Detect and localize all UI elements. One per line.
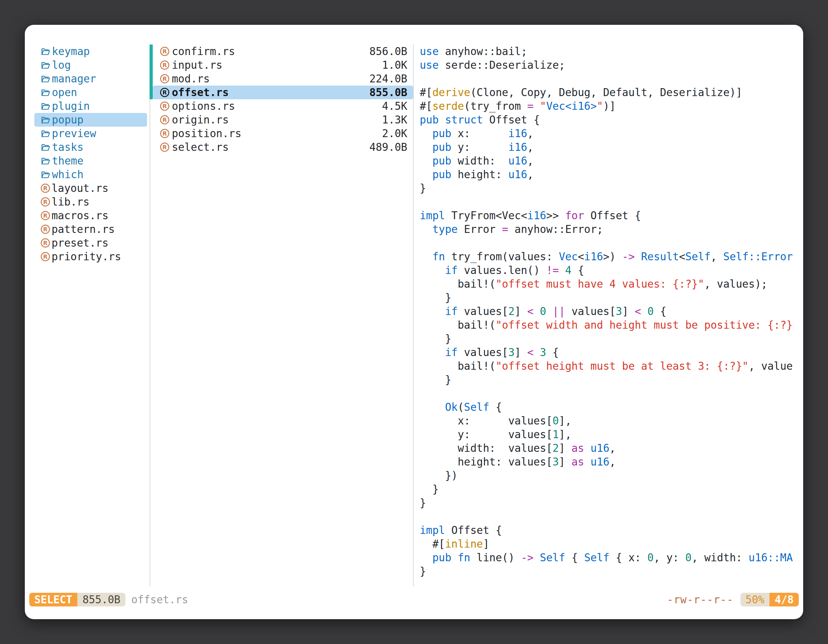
file-name: mod.rs	[172, 72, 210, 85]
sidebar-file-list: Rlayout.rsRlib.rsRmacros.rsRpattern.rsRp…	[34, 181, 147, 263]
sidebar-item-pattern.rs[interactable]: Rpattern.rs	[34, 223, 147, 236]
rust-file-icon: R	[41, 225, 50, 234]
code-line: Ok(Self {	[420, 400, 803, 414]
open-folder-icon	[41, 102, 50, 111]
code-line: height: values[3] as u16,	[420, 455, 803, 469]
file-size: 855.0B	[369, 86, 407, 99]
rust-file-icon: R	[160, 88, 169, 97]
folder-name: preview	[52, 127, 96, 140]
sidebar-item-open[interactable]: open	[34, 86, 147, 99]
mode-badge: SELECT	[29, 593, 77, 606]
position-badge: 4/8	[770, 593, 799, 606]
file-name: input.rs	[172, 59, 223, 71]
code-line: y: values[1],	[420, 428, 803, 441]
code-line	[420, 72, 803, 86]
status-left: SELECT 855.0B offset.rs	[29, 593, 188, 606]
file-name: layout.rs	[52, 182, 108, 194]
rust-file-icon: R	[160, 60, 169, 70]
file-row-select.rs[interactable]: Rselect.rs489.0B	[153, 140, 413, 154]
permissions-text: -rw-r--r--	[667, 594, 734, 606]
rust-file-icon: R	[41, 197, 50, 207]
sidebar-item-lib.rs[interactable]: Rlib.rs	[34, 195, 147, 209]
code-line: }	[420, 483, 803, 496]
code-line: bail!("offset height must be at least 3:…	[420, 359, 803, 373]
rust-file-icon: R	[160, 74, 169, 83]
sidebar-item-priority.rs[interactable]: Rpriority.rs	[34, 250, 147, 263]
file-row-position.rs[interactable]: Rposition.rs2.0K	[153, 127, 413, 140]
rust-file-icon: R	[41, 211, 50, 220]
code-line: type Error = anyhow::Error;	[420, 223, 803, 236]
open-folder-icon	[41, 47, 50, 56]
file-name: lib.rs	[52, 196, 89, 208]
code-line: bail!("offset width and height must be p…	[420, 318, 803, 332]
sidebar-folder-list: keymaplogmanageropenpluginpopuppreviewta…	[34, 45, 147, 181]
file-row-offset.rs[interactable]: Roffset.rs855.0B	[153, 86, 413, 99]
code-line: bail!("offset must have 4 values: {:?}",…	[420, 277, 803, 291]
size-badge: 855.0B	[77, 593, 125, 606]
file-size: 1.3K	[382, 114, 407, 126]
rust-file-icon: R	[160, 102, 169, 111]
rust-file-icon: R	[41, 238, 50, 248]
code-line: width: values[2] as u16,	[420, 441, 803, 455]
sidebar-item-layout.rs[interactable]: Rlayout.rs	[34, 181, 147, 195]
folder-name: keymap	[52, 45, 90, 58]
code-line: pub fn line() -> Self { Self { x: 0, y: …	[420, 551, 803, 564]
status-right: -rw-r--r-- 50% 4/8	[667, 593, 799, 606]
rust-file-icon: R	[160, 47, 169, 56]
rust-file-icon: R	[160, 129, 169, 138]
file-name: select.rs	[172, 141, 229, 154]
code-line: #[serde(try_from = "Vec<i16>")]	[420, 99, 803, 113]
sidebar-item-macros.rs[interactable]: Rmacros.rs	[34, 209, 147, 223]
file-row-origin.rs[interactable]: Rorigin.rs1.3K	[153, 113, 413, 127]
sidebar-item-preset.rs[interactable]: Rpreset.rs	[34, 236, 147, 250]
folder-name: log	[52, 59, 71, 71]
code-line: x: values[0],	[420, 414, 803, 428]
sidebar-item-tasks[interactable]: tasks	[34, 140, 147, 154]
rust-file-icon: R	[160, 143, 169, 152]
folder-name: manager	[52, 72, 96, 85]
folder-name: plugin	[52, 100, 90, 112]
status-filename: offset.rs	[131, 594, 188, 606]
preview-pane: use anyhow::bail;use serde::Deserialize;…	[414, 45, 803, 586]
parent-pane: keymaplogmanageropenpluginpopuppreviewta…	[25, 45, 149, 586]
sidebar-item-popup[interactable]: popup	[34, 113, 147, 127]
sidebar-item-preview[interactable]: preview	[34, 127, 147, 140]
file-row-options.rs[interactable]: Roptions.rs4.5K	[153, 99, 413, 113]
sidebar-item-keymap[interactable]: keymap	[34, 45, 147, 58]
folder-name: theme	[52, 155, 83, 167]
code-line	[420, 195, 803, 209]
file-size: 224.0B	[369, 72, 407, 85]
file-manager-window: keymaplogmanageropenpluginpopuppreviewta…	[25, 25, 803, 619]
code-line: #[derive(Clone, Copy, Debug, Default, De…	[420, 86, 803, 99]
code-line: pub x: i16,	[420, 127, 803, 140]
code-line: }	[420, 373, 803, 387]
code-line: pub width: u16,	[420, 154, 803, 168]
code-line	[420, 510, 803, 523]
folder-name: tasks	[52, 141, 83, 154]
code-line: fn try_from(values: Vec<i16>) -> Result<…	[420, 250, 803, 263]
status-bar: SELECT 855.0B offset.rs -rw-r--r-- 50% 4…	[29, 593, 799, 606]
folder-name: which	[52, 168, 83, 181]
folder-name: popup	[52, 114, 83, 126]
sidebar-item-plugin[interactable]: plugin	[34, 99, 147, 113]
code-lines: use anyhow::bail;use serde::Deserialize;…	[420, 45, 803, 578]
file-row-confirm.rs[interactable]: Rconfirm.rs856.0B	[153, 45, 413, 58]
sidebar-item-theme[interactable]: theme	[34, 154, 147, 168]
sidebar-item-log[interactable]: log	[34, 58, 147, 72]
file-row-input.rs[interactable]: Rinput.rs1.0K	[153, 58, 413, 72]
open-folder-icon	[41, 156, 50, 166]
current-pane: Rconfirm.rs856.0BRinput.rs1.0KRmod.rs224…	[149, 45, 414, 586]
file-row-mod.rs[interactable]: Rmod.rs224.0B	[153, 72, 413, 86]
open-folder-icon	[41, 129, 50, 138]
code-line: }	[420, 496, 803, 510]
file-name: priority.rs	[52, 251, 121, 263]
file-name: confirm.rs	[172, 45, 235, 58]
file-name: offset.rs	[172, 86, 229, 99]
open-folder-icon	[41, 115, 50, 125]
file-size: 2.0K	[382, 127, 407, 140]
file-size: 4.5K	[382, 100, 407, 112]
sidebar-item-which[interactable]: which	[34, 168, 147, 181]
scrollbar-thumb[interactable]	[149, 45, 153, 99]
sidebar-item-manager[interactable]: manager	[34, 72, 147, 86]
open-folder-icon	[41, 74, 50, 84]
